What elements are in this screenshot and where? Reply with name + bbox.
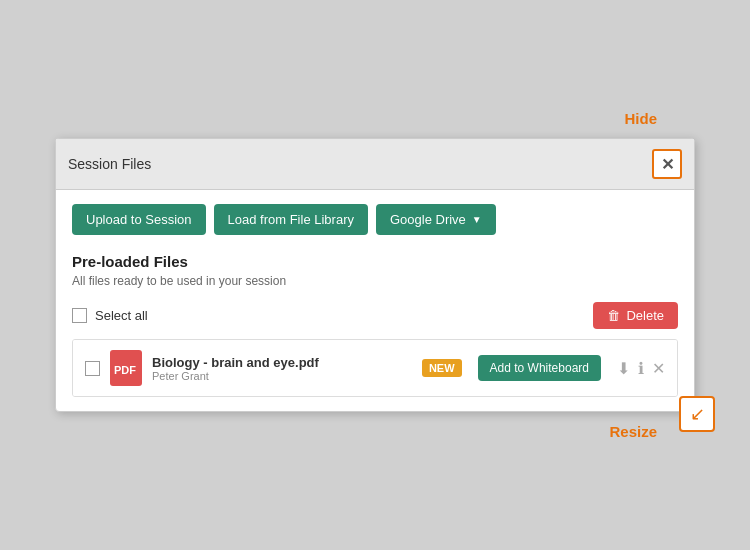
remove-file-icon[interactable]: ✕ bbox=[652, 359, 665, 378]
google-drive-label: Google Drive bbox=[390, 212, 466, 227]
add-to-whiteboard-button[interactable]: Add to Whiteboard bbox=[478, 355, 601, 381]
chevron-down-icon: ▼ bbox=[472, 214, 482, 225]
google-drive-button[interactable]: Google Drive ▼ bbox=[376, 204, 496, 235]
select-all-label: Select all bbox=[95, 308, 148, 323]
delete-button[interactable]: 🗑 Delete bbox=[593, 302, 678, 329]
delete-icon: 🗑 bbox=[607, 308, 620, 323]
hide-label: Hide bbox=[624, 110, 657, 127]
toolbar: Upload to Session Load from File Library… bbox=[72, 204, 678, 235]
load-from-library-button[interactable]: Load from File Library bbox=[214, 204, 368, 235]
resize-button[interactable]: ↙ bbox=[679, 396, 715, 432]
resize-label: Resize bbox=[609, 423, 657, 440]
dialog-body: Upload to Session Load from File Library… bbox=[56, 190, 694, 411]
files-list: PDF Biology - brain and eye.pdf Peter Gr… bbox=[72, 339, 678, 397]
file-row: PDF Biology - brain and eye.pdf Peter Gr… bbox=[73, 340, 677, 396]
svg-text:PDF: PDF bbox=[114, 364, 136, 376]
section-title: Pre-loaded Files bbox=[72, 253, 678, 270]
new-badge: NEW bbox=[422, 359, 462, 377]
dialog-title: Session Files bbox=[68, 156, 151, 172]
file-author: Peter Grant bbox=[152, 370, 412, 382]
delete-label: Delete bbox=[626, 308, 664, 323]
close-button[interactable]: ✕ bbox=[652, 149, 682, 179]
file-info: Biology - brain and eye.pdf Peter Grant bbox=[152, 355, 412, 382]
select-all-checkbox[interactable] bbox=[72, 308, 87, 323]
file-name: Biology - brain and eye.pdf bbox=[152, 355, 412, 370]
dialog-header: Session Files ✕ bbox=[56, 139, 694, 190]
upload-to-session-button[interactable]: Upload to Session bbox=[72, 204, 206, 235]
file-checkbox[interactable] bbox=[85, 361, 100, 376]
info-icon[interactable]: ℹ bbox=[638, 359, 644, 378]
select-all-row: Select all 🗑 Delete bbox=[72, 302, 678, 329]
download-icon[interactable]: ⬇ bbox=[617, 359, 630, 378]
session-files-dialog: Session Files ✕ Upload to Session Load f… bbox=[55, 138, 695, 412]
pdf-icon: PDF bbox=[110, 350, 142, 386]
section-subtitle: All files ready to be used in your sessi… bbox=[72, 274, 678, 288]
file-actions: ⬇ ℹ ✕ bbox=[617, 359, 665, 378]
